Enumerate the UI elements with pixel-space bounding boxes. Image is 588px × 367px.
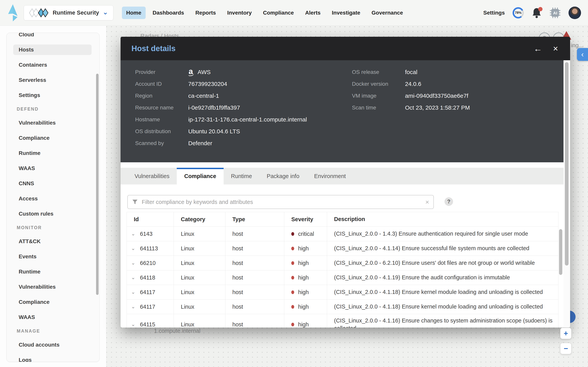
severity-cell: high: [284, 285, 327, 299]
sidebar-item[interactable]: Compliance: [7, 130, 99, 146]
sidebar-item[interactable]: Access: [7, 191, 99, 206]
collapse-panel-button[interactable]: ‹: [577, 48, 588, 61]
modal-scrollbar-thumb[interactable]: [565, 62, 569, 266]
modal-tab[interactable]: Environment: [307, 168, 353, 184]
row-expand-chevron-icon[interactable]: ⌄: [131, 232, 135, 235]
modal-tab[interactable]: Package info: [259, 168, 307, 184]
field-label: Resource name: [135, 105, 188, 111]
nav-item[interactable]: Dashboards: [148, 7, 188, 19]
ai-assistant-icon[interactable]: AI: [549, 7, 561, 18]
severity-dot-icon: [291, 305, 294, 309]
sidebar-item[interactable]: Vulnerabilities: [7, 115, 99, 130]
sidebar-item[interactable]: Serverless: [7, 73, 99, 88]
field-label: Docker version: [352, 81, 405, 87]
nav-item[interactable]: Inventory: [223, 7, 256, 19]
description-cell: (CIS_Linux_2.0.0 - 6.2.10) Ensure users'…: [327, 256, 558, 270]
nav-item[interactable]: Home: [122, 7, 146, 19]
sidebar-item[interactable]: Logs: [7, 352, 99, 362]
settings-link[interactable]: Settings: [483, 10, 505, 16]
sidebar-item[interactable]: Events: [7, 249, 99, 264]
filter-help-button[interactable]: ?: [445, 197, 453, 206]
sidebar-item[interactable]: MANAGE: [7, 325, 99, 337]
modal-tab[interactable]: Vulnerabilities: [127, 168, 177, 184]
field-value: a ip-172-31-1-176.ca-central-1.compute.i…: [188, 116, 307, 123]
nav-item[interactable]: Reports: [191, 7, 220, 19]
table-scrollbar[interactable]: [559, 229, 562, 275]
field-row: Resource name a i-0e927dfb1f9ffa397: [135, 102, 307, 114]
sidebar-scrollbar[interactable]: [96, 74, 99, 295]
sidebar-item[interactable]: MONITOR: [7, 221, 99, 234]
sidebar-item[interactable]: Vulnerabilities: [7, 279, 99, 294]
sidebar-item[interactable]: Runtime: [7, 146, 99, 161]
row-expand-chevron-icon[interactable]: ⌄: [131, 305, 135, 308]
sidebar-item[interactable]: Compliance: [7, 294, 99, 310]
sidebar-item[interactable]: WAAS: [7, 161, 99, 176]
modal-tab[interactable]: Runtime: [224, 168, 259, 184]
chevron-left-icon: ‹: [581, 50, 584, 59]
table-row[interactable]: ⌄ 64117 Linux host high (CIS_Linux_2.0.0…: [127, 285, 558, 300]
sidebar-item[interactable]: Containers: [7, 57, 99, 73]
row-expand-chevron-icon[interactable]: ⌄: [131, 261, 135, 265]
row-expand-chevron-icon[interactable]: ⌄: [131, 323, 135, 326]
notifications-bell-icon[interactable]: [532, 7, 542, 18]
field-label: Hostname: [135, 117, 188, 123]
row-expand-chevron-icon[interactable]: ⌄: [131, 291, 135, 294]
main-navigation: Home Dashboards Reports Inventory Compli…: [122, 7, 407, 19]
modal-scrollbar-track[interactable]: [563, 60, 570, 327]
sidebar-item[interactable]: Runtime: [7, 264, 99, 279]
column-header-id[interactable]: Id: [127, 212, 174, 226]
field-value: a 767399230204: [188, 81, 227, 87]
category-cell: Linux: [174, 256, 225, 270]
severity-cell: high: [284, 314, 327, 327]
nav-item[interactable]: Governance: [367, 7, 407, 19]
credits-progress-ring[interactable]: 78%: [512, 7, 524, 18]
field-value: a AWS: [188, 68, 210, 76]
field-row: VM image ami-0940df33750ae6e7f: [352, 90, 470, 102]
sidebar-item[interactable]: Cloud: [7, 33, 99, 42]
product-switcher[interactable]: Runtime Security ⌄: [24, 5, 113, 20]
nav-item[interactable]: Investigate: [328, 7, 365, 19]
id-cell: ⌄ 64117: [127, 285, 174, 299]
sidebar-item[interactable]: DEFEND: [7, 103, 99, 115]
row-expand-chevron-icon[interactable]: ⌄: [131, 247, 135, 250]
sidebar-item[interactable]: Hosts: [7, 42, 99, 57]
field-value: 24.0.6: [405, 81, 421, 87]
field-value: a i-0e927dfb1f9ffa397: [188, 104, 240, 111]
table-row[interactable]: ⌄ 641113 Linux host high (CIS_Linux_2.0.…: [127, 241, 558, 256]
modal-tab[interactable]: Compliance: [177, 168, 223, 184]
product-switcher-label: Runtime Security: [53, 9, 99, 16]
compliance-filter-input[interactable]: [141, 199, 423, 205]
field-value: a Ubuntu 20.04.6 LTS: [188, 128, 240, 135]
clear-filter-icon[interactable]: ×: [425, 198, 429, 206]
table-row[interactable]: ⌄ 6143 Linux host critical (CIS_Linux_2.…: [127, 227, 558, 241]
field-row: OS distribution a Ubuntu 20.04.6 LTS: [135, 125, 307, 137]
back-arrow-icon[interactable]: ←: [534, 44, 542, 53]
sidebar-item[interactable]: Settings: [7, 88, 99, 103]
zoom-out-button[interactable]: −: [560, 343, 571, 354]
description-cell: (CIS_Linux_2.0.0 - 4.1.16) Ensure change…: [327, 314, 558, 327]
sidebar-menu: Cloud Hosts Containers Serverless: [6, 33, 100, 362]
nav-item[interactable]: Alerts: [301, 7, 325, 19]
zoom-in-button[interactable]: +: [560, 328, 571, 339]
nav-item[interactable]: Compliance: [259, 7, 298, 19]
field-label: Region: [135, 93, 188, 99]
table-row[interactable]: ⌄ 66210 Linux host high (CIS_Linux_2.0.0…: [127, 256, 558, 270]
sidebar-item[interactable]: Custom rules: [7, 206, 99, 221]
row-expand-chevron-icon[interactable]: ⌄: [131, 276, 135, 279]
table-row[interactable]: ⌄ 64115 Linux host high (CIS_Linux_2.0.0…: [127, 314, 558, 327]
user-avatar[interactable]: [569, 7, 581, 19]
sidebar-item[interactable]: CNNS: [7, 176, 99, 191]
column-header-description[interactable]: Description: [327, 212, 558, 226]
table-row[interactable]: ⌄ 64117 Linux host high (CIS_Linux_2.0.0…: [127, 300, 558, 314]
id-cell: ⌄ 64115: [127, 314, 174, 327]
field-row: Scan time Oct 23, 2023 1:58:27 PM: [352, 102, 470, 114]
sidebar-item[interactable]: WAAS: [7, 310, 99, 325]
close-icon[interactable]: ×: [553, 44, 558, 53]
column-header-category[interactable]: Category: [174, 212, 225, 226]
table-row[interactable]: ⌄ 64118 Linux host high (CIS_Linux_2.0.0…: [127, 270, 558, 285]
column-header-severity[interactable]: Severity: [284, 212, 327, 226]
sidebar-item[interactable]: ATT&CK: [7, 234, 99, 249]
sidebar-item[interactable]: Cloud accounts: [7, 337, 99, 352]
column-header-type[interactable]: Type: [225, 212, 284, 226]
field-label: Scan time: [352, 105, 405, 111]
